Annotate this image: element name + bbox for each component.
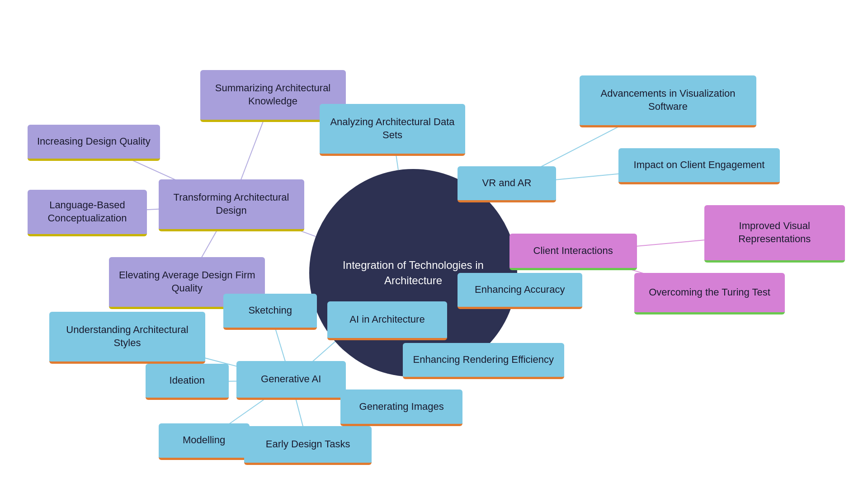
node-label-generatingimages: Generating Images <box>353 396 450 418</box>
node-sketching[interactable]: Sketching <box>223 294 317 330</box>
node-label-client: Client Interactions <box>527 240 619 262</box>
node-label-language: Language-Based Conceptualization <box>28 194 147 229</box>
node-client[interactable]: Client Interactions <box>509 234 637 270</box>
node-label-increasing: Increasing Design Quality <box>31 131 157 153</box>
node-label-improved: Improved Visual Representations <box>704 215 845 250</box>
node-label-generative: Generative AI <box>255 368 327 390</box>
node-label-transforming: Transforming Architectural Design <box>159 187 304 221</box>
node-understanding[interactable]: Understanding Architectural Styles <box>49 312 205 364</box>
node-enhancingacc[interactable]: Enhancing Accuracy <box>458 273 582 310</box>
node-label-sketching: Sketching <box>242 300 298 322</box>
node-label-modelling: Modelling <box>176 429 231 451</box>
node-language[interactable]: Language-Based Conceptualization <box>28 190 147 237</box>
node-overcoming[interactable]: Overcoming the Turing Test <box>634 273 785 314</box>
node-label-impact: Impact on Client Engagement <box>627 154 771 176</box>
node-label-understanding: Understanding Architectural Styles <box>49 319 205 354</box>
node-generatingimages[interactable]: Generating Images <box>340 389 462 426</box>
node-label-vrar: VR and AR <box>476 172 538 194</box>
node-transforming[interactable]: Transforming Architectural Design <box>159 179 304 231</box>
node-label-ideation: Ideation <box>163 370 211 392</box>
node-analyzing[interactable]: Analyzing Architectural Data Sets <box>320 104 465 156</box>
node-generative[interactable]: Generative AI <box>236 361 346 400</box>
node-impact[interactable]: Impact on Client Engagement <box>618 148 780 185</box>
node-improved[interactable]: Improved Visual Representations <box>704 205 845 263</box>
node-label-aiarch: AI in Architecture <box>343 309 431 331</box>
node-modelling[interactable]: Modelling <box>159 423 250 460</box>
node-advancements[interactable]: Advancements in Visualization Software <box>580 75 756 127</box>
node-label-enhancingacc: Enhancing Accuracy <box>468 279 571 301</box>
node-increasing[interactable]: Increasing Design Quality <box>28 125 160 161</box>
node-enhancingrender[interactable]: Enhancing Rendering Efficiency <box>403 343 564 380</box>
node-label-earlydesign: Early Design Tasks <box>259 433 357 455</box>
node-ideation[interactable]: Ideation <box>146 364 229 400</box>
node-label-enhancingrender: Enhancing Rendering Efficiency <box>407 349 560 371</box>
mindmap-container: Integration of Technologies in Architect… <box>0 0 868 488</box>
node-vrar[interactable]: VR and AR <box>458 166 557 203</box>
node-label-advancements: Advancements in Visualization Software <box>580 83 756 117</box>
node-label-overcoming: Overcoming the Turing Test <box>642 282 777 304</box>
node-aiarch[interactable]: AI in Architecture <box>327 301 447 340</box>
node-label-analyzing: Analyzing Architectural Data Sets <box>320 111 465 146</box>
node-earlydesign[interactable]: Early Design Tasks <box>244 426 372 465</box>
